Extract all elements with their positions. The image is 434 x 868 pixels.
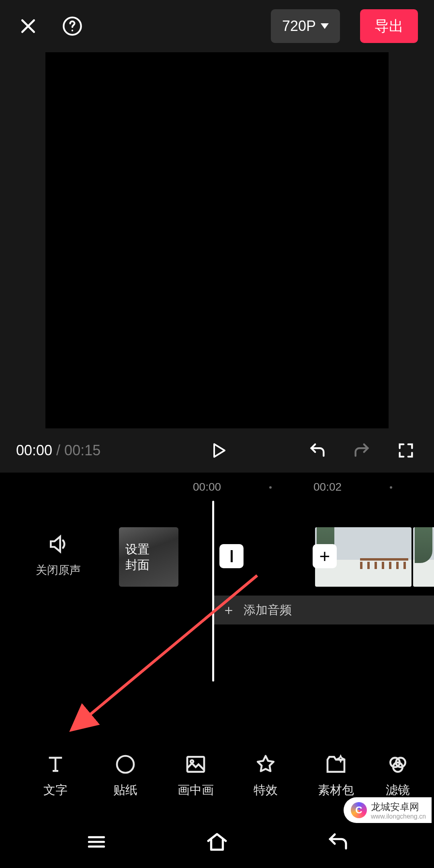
- playhead[interactable]: [212, 501, 214, 682]
- total-time: 00:15: [64, 442, 100, 459]
- undo-button[interactable]: [305, 438, 330, 463]
- watermark: 龙城安卓网 www.ilongcheng.cn: [344, 797, 432, 823]
- tool-label: 文字: [43, 782, 68, 798]
- watermark-subtitle: www.ilongcheng.cn: [371, 813, 426, 820]
- add-audio-button[interactable]: ＋ 添加音频: [212, 596, 434, 624]
- ruler-dot: [390, 486, 392, 489]
- timeline[interactable]: 00:00 00:02 关闭原声 设置 封面 + ＋ 添加音频: [0, 473, 434, 735]
- set-cover-button[interactable]: 设置 封面: [119, 527, 178, 587]
- export-button[interactable]: 导出: [360, 9, 418, 43]
- watermark-logo-icon: [351, 802, 367, 818]
- ruler-dot: [269, 486, 272, 489]
- svg-point-1: [72, 30, 73, 31]
- tool-material[interactable]: 素材包: [308, 753, 364, 798]
- ruler-mark: 00:00: [193, 481, 221, 493]
- help-button[interactable]: [60, 14, 84, 38]
- video-clip[interactable]: [413, 527, 434, 587]
- folder-sparkle-icon: [325, 753, 347, 776]
- close-button[interactable]: [16, 14, 40, 38]
- resolution-label: 720P: [282, 18, 316, 35]
- filter-icon: [387, 753, 409, 776]
- dropdown-arrow-icon: [321, 23, 329, 29]
- video-preview[interactable]: [45, 52, 389, 428]
- fullscreen-button[interactable]: [394, 438, 418, 463]
- cover-label-2: 封面: [125, 557, 172, 573]
- tool-label: 特效: [254, 782, 278, 798]
- tool-sticker[interactable]: 贴纸: [97, 753, 154, 798]
- tool-filter[interactable]: 滤镜: [378, 753, 418, 798]
- pip-icon: [184, 753, 207, 776]
- redo-button[interactable]: [350, 438, 374, 463]
- watermark-title: 龙城安卓网: [371, 801, 419, 812]
- resolution-select[interactable]: 720P: [271, 9, 340, 43]
- cover-label-1: 设置: [125, 541, 172, 557]
- plus-icon: ＋: [222, 601, 235, 619]
- sticker-icon: [114, 753, 137, 776]
- tool-label: 贴纸: [113, 782, 137, 798]
- add-audio-label: 添加音频: [244, 602, 292, 618]
- nav-home-button[interactable]: [205, 830, 229, 854]
- text-icon: [44, 753, 67, 776]
- svg-point-4: [190, 760, 193, 763]
- nav-back-button[interactable]: [326, 830, 350, 854]
- export-label: 导出: [375, 16, 403, 36]
- current-time: 00:00: [16, 442, 52, 459]
- tool-label: 素材包: [318, 782, 354, 798]
- nav-menu-button[interactable]: [84, 830, 108, 854]
- tool-label: 滤镜: [386, 782, 410, 798]
- time-separator: /: [52, 442, 64, 459]
- mute-original-audio[interactable]: 关闭原声: [0, 533, 117, 578]
- speaker-icon: [47, 533, 70, 555]
- ruler-mark: 00:02: [313, 481, 342, 493]
- add-clip-button[interactable]: +: [313, 544, 337, 568]
- tool-label: 画中画: [178, 782, 214, 798]
- play-button[interactable]: [206, 438, 230, 463]
- transition-button[interactable]: [219, 544, 244, 568]
- tool-pip[interactable]: 画中画: [168, 753, 224, 798]
- mute-label: 关闭原声: [0, 563, 117, 578]
- tool-effect[interactable]: 特效: [237, 753, 294, 798]
- tool-text[interactable]: 文字: [27, 753, 84, 798]
- star-icon: [254, 753, 277, 776]
